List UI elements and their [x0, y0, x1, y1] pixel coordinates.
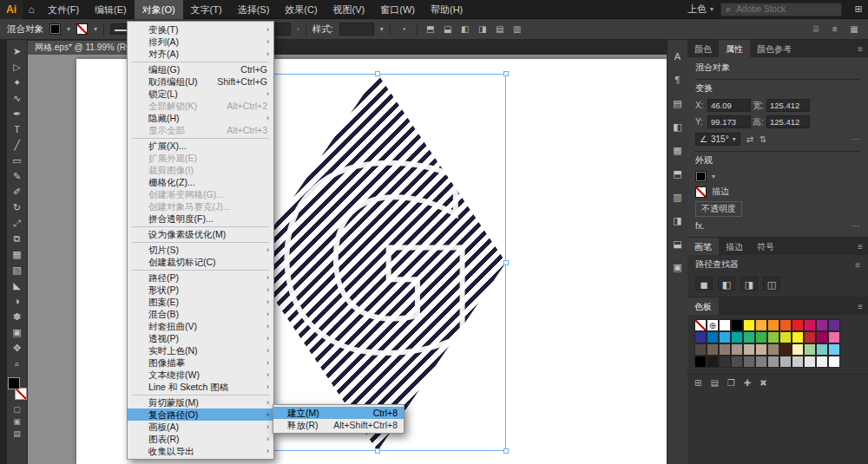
panel-icon-5[interactable]: ▦ — [670, 144, 686, 156]
selection-handle[interactable] — [375, 448, 380, 454]
none-swatch[interactable] — [694, 319, 707, 331]
object-menu-item-30[interactable]: 剪切蒙版(M)› — [128, 396, 273, 408]
align-icon-5[interactable]: ▤ — [493, 23, 507, 36]
hand-tool[interactable]: ✥ — [9, 341, 26, 356]
color-swatch[interactable] — [792, 319, 804, 331]
appearance-fill-swatch[interactable] — [695, 171, 707, 182]
recolor-artwork-icon[interactable]: ◔ — [397, 23, 411, 36]
color-swatch[interactable] — [816, 331, 828, 343]
object-menu-item-32[interactable]: 画板(A)› — [128, 421, 273, 433]
color-swatch[interactable] — [767, 319, 779, 331]
properties-tab-属性[interactable]: 属性 — [719, 40, 750, 57]
color-swatch[interactable] — [719, 356, 731, 368]
selection-tool[interactable]: ➤ — [9, 44, 26, 59]
align-icon-1[interactable]: ⬒ — [424, 23, 437, 36]
brushes-tab-描边[interactable]: 描边 — [719, 238, 750, 255]
object-menu-item-19[interactable]: 创建裁切标记(C) — [128, 256, 273, 268]
color-swatch[interactable] — [743, 356, 755, 368]
object-menu-item-13[interactable]: 栅格化(Z)... — [128, 176, 273, 188]
flip-vertical-icon[interactable]: ⇅ — [760, 134, 766, 144]
drawing-mode-icon-2[interactable]: ▣ — [10, 416, 25, 427]
magic-wand-tool[interactable]: ✦ — [9, 75, 26, 90]
panel-menu-icon[interactable]: ≡ — [858, 44, 863, 54]
gradient-tool[interactable]: ▧ — [9, 263, 26, 278]
object-menu-item-16[interactable]: 拼合透明度(F)... — [128, 212, 273, 225]
more-options-icon[interactable]: ··· — [852, 134, 860, 144]
menubar-item-8[interactable]: 窗口(W) — [372, 0, 423, 19]
align-icon-2[interactable]: ⬓ — [441, 23, 455, 36]
rectangle-tool[interactable]: ▭ — [9, 154, 26, 168]
color-swatch[interactable] — [755, 343, 767, 356]
letter-g-compound-path[interactable]: G — [249, 74, 506, 451]
swatch-footer-icon-1[interactable]: ⊞ — [694, 378, 701, 388]
search-input[interactable] — [734, 3, 830, 15]
panel-icon-10[interactable]: ▣ — [670, 261, 686, 273]
shape-builder-tool[interactable]: ⧉ — [9, 232, 26, 246]
align-icon-6[interactable]: ▥ — [510, 23, 524, 36]
selection-handle[interactable] — [503, 448, 509, 454]
eyedropper-tool[interactable]: ◣ — [9, 278, 26, 293]
controlbar-icon-2[interactable]: ≡ — [828, 23, 842, 36]
pathfinder-mode-icon-1[interactable]: ◼ — [695, 277, 713, 291]
pathfinder-header[interactable]: 路径查找器 ≡ — [687, 255, 868, 274]
object-menu-item-22[interactable]: 图案(E)› — [128, 296, 273, 308]
zoom-tool[interactable]: ⌕ — [9, 356, 26, 371]
panel-menu-icon[interactable]: ≡ — [855, 260, 860, 270]
panel-icon-8[interactable]: ◨ — [670, 214, 686, 226]
mesh-tool[interactable]: ▦ — [9, 247, 26, 262]
panel-icon-3[interactable]: ▤ — [670, 97, 686, 109]
object-menu-item-34[interactable]: 收集以导出› — [128, 445, 273, 457]
align-icon-3[interactable]: ◧ — [458, 23, 472, 36]
type-tool[interactable]: T — [9, 122, 26, 137]
color-swatch[interactable] — [719, 319, 731, 331]
object-menu-item-28[interactable]: 文本绕排(W)› — [128, 369, 273, 381]
color-swatch[interactable] — [731, 319, 743, 331]
panel-icon-9[interactable]: ⬓ — [670, 238, 686, 250]
color-swatch[interactable] — [779, 356, 792, 368]
color-swatch[interactable] — [767, 356, 779, 368]
selection-handle[interactable] — [503, 71, 509, 76]
selection-handle[interactable] — [375, 71, 380, 76]
color-swatch[interactable] — [743, 319, 755, 331]
panel-menu-icon[interactable]: ≡ — [858, 302, 863, 311]
color-swatch[interactable] — [743, 343, 755, 356]
color-swatch[interactable] — [828, 356, 840, 368]
color-swatch[interactable] — [719, 331, 731, 343]
style-dropdown[interactable] — [339, 23, 374, 36]
height-field[interactable] — [766, 115, 810, 128]
object-menu-item-23[interactable]: 混合(B)› — [128, 308, 273, 320]
drawing-mode-icon-3[interactable]: ▤ — [10, 428, 25, 439]
lasso-tool[interactable]: ∿ — [9, 91, 26, 106]
selection-handle[interactable] — [503, 260, 509, 265]
brushes-tab-符号[interactable]: 符号 — [750, 238, 781, 255]
color-swatch[interactable] — [779, 319, 792, 331]
color-swatch[interactable] — [828, 331, 840, 343]
menubar-item-9[interactable]: 帮助(H) — [423, 0, 470, 19]
controlbar-icon-3[interactable]: ▦ — [847, 23, 861, 36]
color-swatch[interactable] — [779, 331, 792, 343]
color-swatch[interactable] — [767, 343, 779, 356]
direct-selection-tool[interactable]: ▷ — [9, 60, 26, 75]
rotate-dropdown[interactable]: ∠ 315° ▾ — [695, 133, 740, 146]
panel-icon-4[interactable]: ◧ — [670, 121, 686, 133]
align-icon-4[interactable]: ◨ — [476, 23, 490, 36]
menubar-item-7[interactable]: 视图(V) — [326, 0, 373, 19]
opacity-button[interactable]: 不透明度 — [695, 201, 742, 217]
color-swatch[interactable] — [694, 343, 707, 356]
properties-tab-颜色参考[interactable]: 颜色参考 — [750, 40, 799, 57]
rotate-tool[interactable]: ↻ — [9, 200, 26, 215]
object-menu-item-17[interactable]: 设为像素级优化(M) — [128, 228, 273, 240]
color-swatch[interactable] — [755, 331, 767, 343]
x-field[interactable] — [707, 99, 751, 112]
symbol-sprayer-tool[interactable]: ✽ — [9, 310, 26, 324]
color-swatch[interactable] — [816, 319, 828, 331]
style-caret-icon[interactable]: ▾ — [380, 25, 384, 33]
color-swatch[interactable] — [828, 343, 840, 356]
object-menu-item-29[interactable]: Line 和 Sketch 图稿› — [128, 381, 273, 393]
object-menu-item-10[interactable]: 扩展(X)... — [128, 140, 273, 152]
panel-icon-6[interactable]: ⬒ — [670, 167, 686, 180]
opacity-caret-icon[interactable]: › — [297, 25, 299, 33]
brushes-tab-画笔[interactable]: 画笔 — [687, 238, 719, 255]
color-swatch[interactable] — [816, 343, 828, 356]
color-swatch[interactable] — [779, 343, 792, 356]
